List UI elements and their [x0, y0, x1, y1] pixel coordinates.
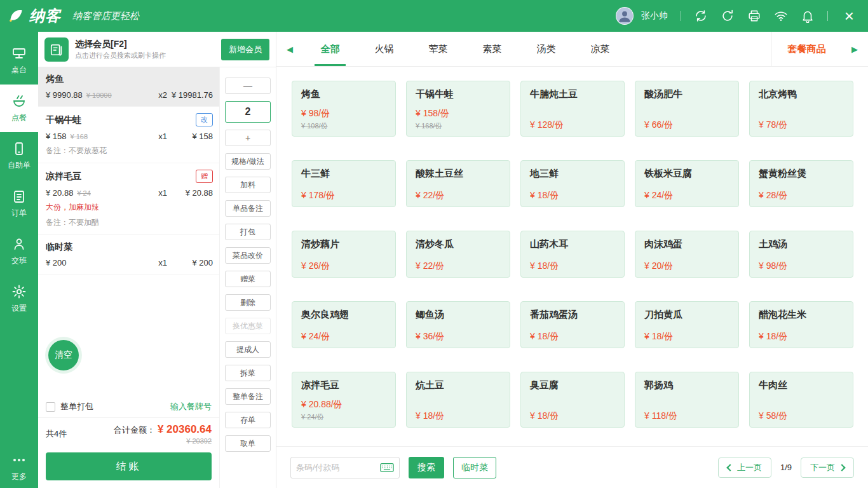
- refresh-icon[interactable]: [721, 9, 735, 23]
- menu-item-card[interactable]: 酸辣土豆丝¥ 22/份: [406, 160, 510, 207]
- sidebar-item-shift[interactable]: 交班: [0, 227, 38, 275]
- next-page-button[interactable]: 下一页: [801, 458, 854, 478]
- pack-checkbox[interactable]: [46, 402, 55, 412]
- qty-minus-button[interactable]: —: [225, 78, 271, 94]
- action-gift-button[interactable]: 赠菜: [225, 271, 271, 287]
- user-avatar[interactable]: [616, 7, 634, 25]
- menu-item-card[interactable]: 牛肉丝¥ 58/份: [749, 372, 853, 428]
- menu-item-card[interactable]: 山药木耳¥ 18/份: [520, 231, 625, 278]
- action-pack-button[interactable]: 打包: [225, 224, 271, 240]
- tab-hot-pot[interactable]: 火锅: [357, 32, 411, 66]
- menu-item-card[interactable]: 铁板米豆腐¥ 24/份: [635, 160, 739, 207]
- menu-item-card[interactable]: 酸汤肥牛¥ 66/份: [635, 81, 739, 137]
- menu-item-card[interactable]: 清炒冬瓜¥ 22/份: [406, 231, 510, 278]
- sidebar-item-settings[interactable]: 设置: [0, 275, 38, 323]
- sidebar-item-self-service[interactable]: 自助单: [0, 132, 38, 180]
- qty-plus-button[interactable]: +: [225, 130, 271, 146]
- close-icon[interactable]: ×: [841, 8, 858, 24]
- wifi-icon[interactable]: [774, 9, 788, 23]
- menu-item-card[interactable]: 土鸡汤¥ 98/份: [749, 231, 853, 278]
- menu-item-card[interactable]: 醋泡花生米¥ 18/份: [749, 301, 853, 348]
- sidebar-item-orders[interactable]: 订单: [0, 180, 38, 227]
- menu-item-card[interactable]: 清炒藕片¥ 26/份: [292, 231, 396, 278]
- order-item-price: ¥ 9990.88: [46, 90, 83, 100]
- menu-item-card[interactable]: 番茄鸡蛋汤¥ 18/份: [520, 301, 625, 348]
- plate-number-link[interactable]: 输入餐牌号: [170, 401, 212, 412]
- bowl-icon: [11, 93, 27, 109]
- action-commission-button[interactable]: 提成人: [225, 341, 271, 358]
- menu-item-name: 北京烤鸭: [759, 88, 844, 100]
- order-item[interactable]: 烤鱼 ¥ 9990.88 ¥ 10000 x2 ¥ 19981.76: [38, 67, 219, 107]
- action-retrieve-order-button[interactable]: 取单: [225, 435, 271, 452]
- clear-order-button[interactable]: 清空: [48, 340, 79, 370]
- notification-bell-icon[interactable]: [801, 9, 815, 23]
- menu-item-card[interactable]: 蟹黄粉丝煲¥ 28/份: [749, 160, 853, 207]
- menu-item-card[interactable]: 北京烤鸭¥ 78/份: [749, 81, 853, 137]
- menu-item-card[interactable]: 牛腩炖土豆¥ 128/份: [520, 81, 625, 137]
- tab-combo-products[interactable]: 套餐商品: [771, 32, 841, 66]
- menu-item-card[interactable]: 肉沫鸡蛋¥ 20/份: [635, 231, 739, 278]
- tab-all[interactable]: 全部: [303, 32, 357, 66]
- action-addon-button[interactable]: 加料: [225, 177, 271, 193]
- tab-meat-dishes[interactable]: 荤菜: [411, 32, 465, 66]
- menu-item-price: ¥ 18/份: [530, 323, 615, 342]
- menu-item-name: 酸汤肥牛: [644, 88, 729, 100]
- add-member-button[interactable]: 新增会员: [221, 39, 269, 60]
- keyboard-icon[interactable]: [380, 463, 394, 473]
- sidebar-item-ordering[interactable]: 点餐: [0, 85, 38, 132]
- action-item-note-button[interactable]: 单品备注: [225, 200, 271, 217]
- action-save-order-button[interactable]: 存单: [225, 412, 271, 428]
- edit-item-button[interactable]: 改: [196, 113, 213, 126]
- sidebar-item-tables[interactable]: 桌台: [0, 37, 38, 85]
- tab-soups[interactable]: 汤类: [519, 32, 573, 66]
- sidebar-item-label: 订单: [11, 208, 27, 219]
- menu-item-card[interactable]: 烤鱼¥ 98/份¥ 108/份: [292, 81, 396, 137]
- prev-page-button[interactable]: 上一页: [718, 458, 771, 478]
- menu-item-card[interactable]: 炕土豆¥ 18/份: [406, 372, 510, 428]
- sidebar-item-more[interactable]: 更多: [0, 446, 38, 488]
- topbar-actions: 张小帅 ×: [616, 7, 868, 25]
- order-item[interactable]: 凉拌毛豆 赠 ¥ 20.88 ¥ 24 x1 ¥ 20.88 大份，加麻加辣 备…: [38, 163, 219, 235]
- action-split-dish-button[interactable]: 拆菜: [225, 365, 271, 381]
- action-delete-button[interactable]: 删除: [225, 294, 271, 311]
- order-item-old-price: ¥ 24: [77, 189, 90, 197]
- menu-item-name: 肉沫鸡蛋: [644, 238, 729, 250]
- menu-item-card[interactable]: 凉拌毛豆¥ 20.88/份¥ 24/份: [292, 372, 396, 428]
- menu-item-price: ¥ 28/份: [759, 182, 844, 201]
- item-count: 共4件: [46, 428, 67, 440]
- menu-item-card[interactable]: 郭扬鸡¥ 118/份: [635, 372, 739, 428]
- menu-item-name: 凉拌毛豆: [301, 379, 386, 391]
- order-item-name: 烤鱼: [46, 74, 64, 85]
- menu-item-card[interactable]: 鲫鱼汤¥ 36/份: [406, 301, 510, 348]
- total-block: 合计金额： ¥ 20360.64 ¥ 20392: [114, 423, 212, 445]
- tabs-scroll-right-icon[interactable]: ▶: [841, 32, 868, 66]
- tab-veg-dishes[interactable]: 素菜: [465, 32, 519, 66]
- top-bar: 纳客 纳客管店更轻松 张小帅 ×: [0, 0, 868, 32]
- order-item-total: ¥ 158: [167, 132, 213, 141]
- tabs-scroll-left-icon[interactable]: ◀: [276, 32, 303, 66]
- menu-item-card[interactable]: 地三鲜¥ 18/份: [520, 160, 625, 207]
- menu-item-price: ¥ 36/份: [416, 323, 501, 342]
- temp-dish-button[interactable]: 临时菜: [453, 457, 496, 478]
- tab-cold-dishes[interactable]: 凉菜: [573, 32, 627, 66]
- menu-item-card[interactable]: 奥尔良鸡翅¥ 24/份: [292, 301, 396, 348]
- menu-item-price: ¥ 98/份: [759, 253, 844, 272]
- member-bar[interactable]: 选择会员[F2] 点击进行会员搜索或刷卡操作 新增会员: [38, 32, 276, 67]
- order-summary: 共4件 合计金额： ¥ 20360.64 ¥ 20392: [38, 417, 219, 449]
- menu-item-card[interactable]: 刀拍黄瓜¥ 18/份: [635, 301, 739, 348]
- printer-icon[interactable]: [747, 9, 761, 23]
- menu-item-card[interactable]: 牛三鲜¥ 178/份: [292, 160, 396, 207]
- order-item[interactable]: 临时菜 ¥ 200 x1 ¥ 200: [38, 235, 219, 274]
- menu-item-card[interactable]: 臭豆腐¥ 18/份: [520, 372, 625, 428]
- menu-item-card[interactable]: 干锅牛蛙¥ 158/份¥ 168/份: [406, 81, 510, 137]
- order-item[interactable]: 干锅牛蛙 改 ¥ 158 ¥ 168 x1 ¥ 158 备注：不要放葱花: [38, 107, 219, 163]
- username[interactable]: 张小帅: [641, 10, 668, 22]
- action-spec-button[interactable]: 规格/做法: [225, 153, 271, 170]
- checkout-button[interactable]: 结账: [46, 452, 212, 480]
- order-item-qty: x2: [158, 90, 167, 100]
- barcode-input[interactable]: [296, 463, 380, 472]
- search-button[interactable]: 搜索: [409, 457, 444, 478]
- action-change-price-button[interactable]: 菜品改价: [225, 247, 271, 264]
- action-order-note-button[interactable]: 整单备注: [225, 388, 271, 405]
- sync-icon[interactable]: [694, 9, 708, 23]
